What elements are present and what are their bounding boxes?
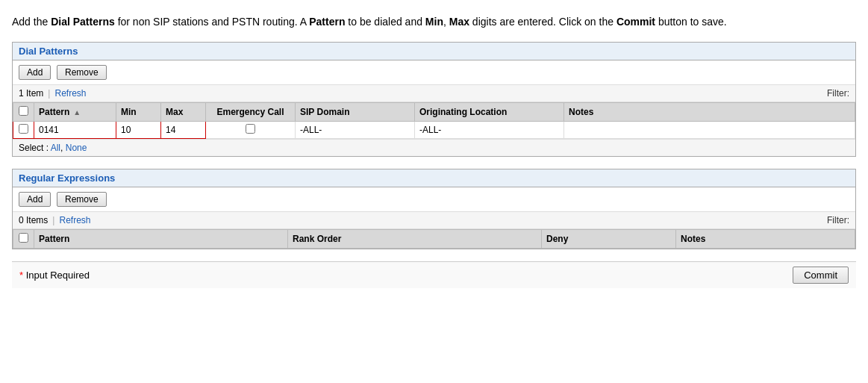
regular-expressions-title: Regular Expressions xyxy=(19,172,115,184)
dial-patterns-header: Dial Patterns xyxy=(13,43,855,60)
dial-patterns-table: Pattern ▲ Min Max Emergency Call SIP Dom… xyxy=(13,102,855,139)
th-sip-dial: SIP Domain xyxy=(296,103,415,122)
th-deny-re: Deny xyxy=(542,230,676,249)
th-rank-re: Rank Order xyxy=(288,230,542,249)
row-emergency-checkbox-0[interactable] xyxy=(246,124,255,134)
regular-expressions-count: 0 Items xyxy=(19,215,48,225)
dial-patterns-add-button[interactable]: Add xyxy=(19,65,51,80)
re-thead-row: Pattern Rank Order Deny Notes xyxy=(13,230,855,249)
required-label: * Input Required xyxy=(19,270,90,281)
th-check-dial xyxy=(13,103,34,122)
pattern-sort-arrow: ▲ xyxy=(73,108,81,116)
select-label: Select : xyxy=(19,143,49,153)
th-emergency-dial: Emergency Call xyxy=(206,103,296,122)
footer-bar: * Input Required Commit xyxy=(12,261,856,288)
dial-patterns-section: Dial Patterns Add Remove 1 Item | Refres… xyxy=(12,42,856,157)
dial-patterns-meta: 1 Item | Refresh Filter: xyxy=(13,85,855,102)
dial-patterns-remove-button[interactable]: Remove xyxy=(57,65,107,80)
row-emergency-cell xyxy=(206,122,296,139)
th-orig-dial: Originating Location xyxy=(415,103,564,122)
dial-patterns-meta-left: 1 Item | Refresh xyxy=(19,88,87,99)
select-none-link[interactable]: None xyxy=(66,143,87,153)
dial-patterns-select-row: Select : All, None xyxy=(13,139,855,156)
row-min-cell: 10 xyxy=(116,122,161,139)
dial-patterns-toolbar: Add Remove xyxy=(13,60,855,85)
regular-expressions-remove-button[interactable]: Remove xyxy=(57,192,107,207)
select-all-re-checkbox[interactable] xyxy=(19,233,28,243)
commit-button[interactable]: Commit xyxy=(793,267,849,284)
row-check-cell xyxy=(13,122,34,139)
regular-expressions-header: Regular Expressions xyxy=(13,169,855,187)
row-notes-cell xyxy=(564,122,855,139)
row-pattern-cell: 0141 xyxy=(34,122,116,139)
dial-patterns-thead-row: Pattern ▲ Min Max Emergency Call SIP Dom… xyxy=(13,103,855,122)
required-text: Input Required xyxy=(23,270,90,281)
dial-patterns-refresh-link[interactable]: Refresh xyxy=(54,88,86,99)
th-check-re xyxy=(13,230,34,249)
dial-patterns-filter-label: Filter: xyxy=(827,88,849,99)
th-notes-re: Notes xyxy=(676,230,855,249)
re-meta-separator: | xyxy=(52,215,54,225)
row-max-cell: 14 xyxy=(161,122,206,139)
row-checkbox-dial-0[interactable] xyxy=(19,124,28,134)
row-orig-cell: -ALL- xyxy=(415,122,564,139)
regular-expressions-section: Regular Expressions Add Remove 0 Items |… xyxy=(12,169,856,249)
regular-expressions-filter-label: Filter: xyxy=(827,215,849,225)
meta-separator: | xyxy=(48,88,50,99)
regular-expressions-refresh-link[interactable]: Refresh xyxy=(59,215,90,225)
regular-expressions-meta: 0 Items | Refresh Filter: xyxy=(13,212,855,229)
th-max-dial: Max xyxy=(161,103,206,122)
select-all-dial-checkbox[interactable] xyxy=(19,106,28,116)
description-text: Add the Dial Patterns for non SIP statio… xyxy=(12,13,856,30)
th-pattern-re: Pattern xyxy=(34,230,288,249)
th-pattern-dial: Pattern ▲ xyxy=(34,103,116,122)
th-notes-dial: Notes xyxy=(564,103,855,122)
dial-patterns-count: 1 Item xyxy=(19,88,43,99)
row-sip-cell: -ALL- xyxy=(296,122,415,139)
regular-expressions-toolbar: Add Remove xyxy=(13,187,855,212)
th-min-dial: Min xyxy=(116,103,161,122)
regular-expressions-meta-left: 0 Items | Refresh xyxy=(19,215,91,225)
regular-expressions-add-button[interactable]: Add xyxy=(19,192,51,207)
regular-expressions-table: Pattern Rank Order Deny Notes xyxy=(13,229,855,249)
dial-patterns-title: Dial Patterns xyxy=(19,46,78,57)
select-all-link[interactable]: All xyxy=(51,143,60,153)
table-row: 0141 10 14 -ALL- -ALL- xyxy=(13,122,855,139)
